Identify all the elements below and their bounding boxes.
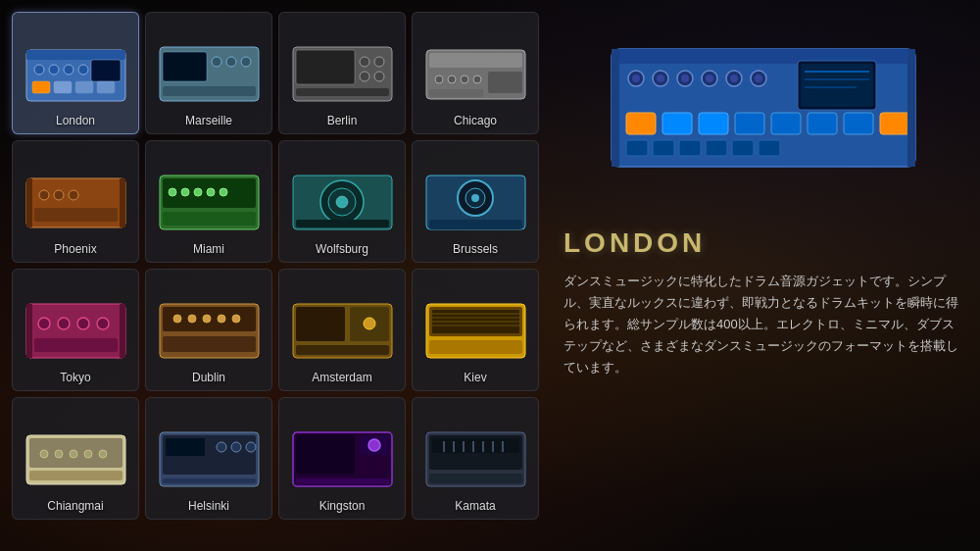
svg-rect-142 [844,113,873,134]
svg-point-76 [364,318,375,329]
svg-point-89 [55,450,63,458]
svg-rect-146 [679,140,701,156]
svg-point-88 [40,450,48,458]
instrument-label-london: London [56,114,95,127]
svg-rect-38 [34,208,118,222]
svg-rect-132 [801,64,873,107]
svg-rect-72 [163,336,256,352]
svg-point-36 [54,190,64,200]
instrument-image-kiev [421,295,529,369]
right-panel: LONDON ダンスミュージックに特化したドラム音源ガジェットです。シンプル、実… [549,12,968,539]
svg-point-37 [69,190,78,200]
instrument-label-wolfsburg: Wolfsburg [316,242,368,256]
svg-point-29 [473,75,481,83]
svg-rect-85 [429,340,522,354]
svg-rect-140 [771,113,801,134]
svg-point-128 [730,75,738,82]
instrument-image-berlin [288,38,396,112]
svg-point-120 [632,75,640,82]
instrument-label-tokyo: Tokyo [60,371,90,384]
instrument-image-wolfsburg [288,167,396,240]
svg-point-90 [70,450,77,458]
svg-point-97 [217,442,226,452]
svg-point-91 [84,450,92,458]
instrument-label-brussels: Brussels [453,242,498,256]
instrument-description: ダンスミュージックに特化したドラム音源ガジェットです。シンプル、実直なルックスに… [564,271,963,378]
instrument-label-kiev: Kiev [464,371,486,384]
svg-point-20 [374,57,384,67]
svg-point-28 [461,75,468,83]
instrument-cell-phoenix[interactable]: Phoenix [12,140,139,263]
svg-point-27 [448,75,456,83]
instrument-cell-london[interactable]: London [12,12,139,134]
main-container: London Marseille Berlin [0,0,980,551]
instrument-image-marseille [155,38,263,112]
instrument-cell-kingston[interactable]: Kingston [278,397,406,520]
svg-rect-16 [163,86,256,96]
instrument-cell-brussels[interactable]: Brussels [412,140,539,263]
instrument-label-kamata: Kamata [455,499,495,513]
svg-rect-34 [120,178,125,227]
svg-rect-30 [488,72,522,93]
instrument-image-kingston [288,424,396,497]
svg-point-61 [58,318,70,329]
instrument-cell-tokyo[interactable]: Tokyo [12,269,139,391]
svg-rect-149 [759,140,780,156]
instrument-image-chicago [421,38,529,112]
svg-rect-9 [75,81,93,93]
instrument-cell-amsterdam[interactable]: Amsterdam [278,269,406,391]
svg-rect-139 [735,113,764,134]
instrument-label-dublin: Dublin [192,371,225,384]
instrument-cell-kamata[interactable]: Kamata [412,397,539,520]
svg-rect-58 [26,304,32,358]
svg-rect-6 [91,60,121,81]
instrument-cell-wolfsburg[interactable]: Wolfsburg [278,140,406,263]
svg-rect-18 [296,50,355,84]
svg-rect-33 [26,178,32,227]
instrument-label-chiangmai: Chiangmai [47,499,103,513]
instrument-label-chicago: Chicago [454,114,497,127]
instrument-image-helsinki [155,424,263,497]
svg-rect-147 [706,140,727,156]
svg-rect-77 [296,345,389,355]
svg-point-71 [232,315,240,323]
instrument-cell-berlin[interactable]: Berlin [278,12,406,134]
instrument-label-marseille: Marseille [185,114,232,127]
svg-rect-7 [32,81,50,93]
svg-rect-102 [296,435,355,475]
svg-rect-100 [163,478,256,483]
svg-point-41 [169,188,176,196]
svg-rect-150 [612,49,619,167]
instrument-cell-kiev[interactable]: Kiev [412,269,539,391]
svg-point-42 [181,188,189,196]
svg-point-99 [246,442,256,452]
svg-rect-151 [907,49,915,167]
svg-point-69 [203,315,211,323]
preview-area [559,17,968,213]
svg-rect-12 [163,52,207,81]
svg-rect-143 [880,113,909,134]
instrument-cell-miami[interactable]: Miami [145,140,272,263]
svg-rect-138 [699,113,728,134]
instrument-cell-chiangmai[interactable]: Chiangmai [12,397,139,520]
instrument-cell-marseille[interactable]: Marseille [145,12,272,134]
info-area: LONDON ダンスミュージックに特化したドラム音源ガジェットです。シンプル、実… [559,227,968,378]
svg-rect-116 [429,474,522,483]
svg-point-14 [226,57,236,67]
instrument-cell-chicago[interactable]: Chicago [412,12,539,134]
svg-point-21 [360,72,369,81]
svg-point-4 [64,65,74,75]
svg-point-62 [77,318,89,329]
svg-rect-25 [429,53,522,68]
svg-rect-59 [120,304,125,358]
svg-point-60 [38,318,50,329]
svg-rect-141 [808,113,837,134]
svg-rect-64 [34,338,118,352]
instrument-image-phoenix [22,167,129,240]
svg-point-3 [49,65,59,75]
svg-point-45 [220,188,227,196]
instrument-cell-helsinki[interactable]: Helsinki [145,397,272,520]
instrument-cell-dublin[interactable]: Dublin [145,269,272,391]
svg-point-122 [657,75,664,82]
svg-point-55 [471,194,479,202]
